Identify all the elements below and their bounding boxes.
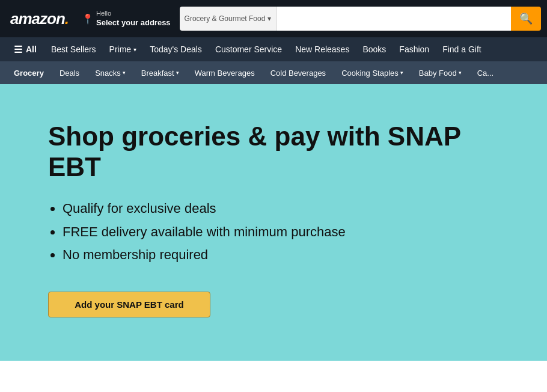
location-icon: 📍	[82, 13, 94, 25]
cat-snacks-label: Snacks	[95, 69, 121, 78]
cat-warm-beverages-label: Warm Beverages	[195, 69, 255, 78]
nav-item-prime[interactable]: Prime ▾	[103, 39, 144, 60]
snap-ebt-button[interactable]: Add your SNAP EBT card	[48, 292, 210, 317]
hero-banner: Shop groceries & pay with SNAP EBT Quali…	[0, 84, 547, 361]
nav-item-todays-deals[interactable]: Today's Deals	[143, 39, 209, 60]
amazon-logo: amazon.	[10, 11, 69, 26]
hero-bullet-2: FREE delivery available with minimum pur…	[63, 224, 499, 241]
search-input[interactable]	[277, 7, 511, 31]
cat-grocery-label: Grocery	[14, 69, 44, 78]
address-hello: Hello	[96, 10, 171, 17]
cat-item-breakfast[interactable]: Breakfast ▾	[133, 63, 187, 83]
secondary-nav: ☰ All Best Sellers Prime ▾ Today's Deals…	[0, 37, 547, 61]
cat-baby-food-label: Baby Food	[419, 69, 457, 78]
top-nav: amazon. 📍 Hello Select your address Groc…	[0, 0, 547, 37]
hamburger-icon: ☰	[14, 44, 22, 55]
nav-item-prime-label: Prime	[109, 44, 132, 54]
nav-item-customer-service[interactable]: Customer Service	[209, 39, 289, 60]
all-menu-button[interactable]: ☰ All	[6, 38, 44, 61]
cat-item-more[interactable]: Ca...	[469, 63, 501, 83]
address-selector[interactable]: 📍 Hello Select your address	[78, 7, 175, 31]
all-label: All	[26, 44, 37, 54]
nav-item-books[interactable]: Books	[356, 39, 393, 60]
breakfast-chevron: ▾	[176, 70, 179, 76]
nav-item-customer-service-label: Customer Service	[215, 44, 282, 54]
address-select-text: Select your address	[96, 18, 171, 27]
cat-item-warm-beverages[interactable]: Warm Beverages	[187, 63, 263, 83]
category-nav: Grocery Deals Snacks ▾ Breakfast ▾ Warm …	[0, 61, 547, 84]
nav-item-fashion[interactable]: Fashion	[393, 39, 436, 60]
cat-cold-beverages-label: Cold Beverages	[270, 69, 326, 78]
cat-breakfast-label: Breakfast	[141, 69, 174, 78]
search-bar: Grocery & Gourmet Food ▾ 🔍	[180, 7, 541, 31]
nav-item-find-gift[interactable]: Find a Gift	[436, 39, 488, 60]
search-category-label: Grocery & Gourmet Food	[185, 14, 266, 23]
hero-bullet-3: No membership required	[63, 247, 499, 264]
search-button[interactable]: 🔍	[511, 7, 541, 31]
nav-item-new-releases-label: New Releases	[295, 44, 349, 54]
snacks-chevron: ▾	[123, 70, 126, 76]
hero-bullets: Qualify for exclusive deals FREE deliver…	[48, 200, 499, 270]
cat-item-deals[interactable]: Deals	[52, 63, 87, 83]
cat-deals-label: Deals	[60, 69, 79, 78]
cat-cooking-staples-label: Cooking Staples	[341, 69, 399, 78]
hero-title: Shop groceries & pay with SNAP EBT	[48, 121, 499, 182]
nav-item-best-sellers-label: Best Sellers	[51, 44, 96, 54]
amazon-logo-area[interactable]: amazon.	[6, 8, 73, 29]
nav-item-todays-deals-label: Today's Deals	[150, 44, 202, 54]
search-category-chevron: ▾	[267, 14, 271, 23]
nav-item-best-sellers[interactable]: Best Sellers	[44, 39, 103, 60]
nav-item-new-releases[interactable]: New Releases	[289, 39, 356, 60]
hero-bullet-1: Qualify for exclusive deals	[63, 200, 499, 218]
cat-item-snacks[interactable]: Snacks ▾	[87, 63, 133, 83]
cat-more-label: Ca...	[477, 69, 494, 78]
baby-food-chevron: ▾	[459, 70, 462, 76]
cat-item-baby-food[interactable]: Baby Food ▾	[411, 63, 469, 83]
prime-chevron: ▾	[133, 46, 136, 53]
nav-item-books-label: Books	[362, 44, 386, 54]
cooking-chevron: ▾	[400, 70, 403, 76]
cat-item-cold-beverages[interactable]: Cold Beverages	[263, 63, 334, 83]
search-icon: 🔍	[519, 12, 533, 25]
nav-item-find-gift-label: Find a Gift	[442, 44, 481, 54]
cat-item-grocery[interactable]: Grocery	[6, 63, 52, 83]
cat-item-cooking-staples[interactable]: Cooking Staples ▾	[334, 63, 411, 83]
nav-item-fashion-label: Fashion	[399, 44, 429, 54]
search-category-dropdown[interactable]: Grocery & Gourmet Food ▾	[180, 7, 277, 31]
